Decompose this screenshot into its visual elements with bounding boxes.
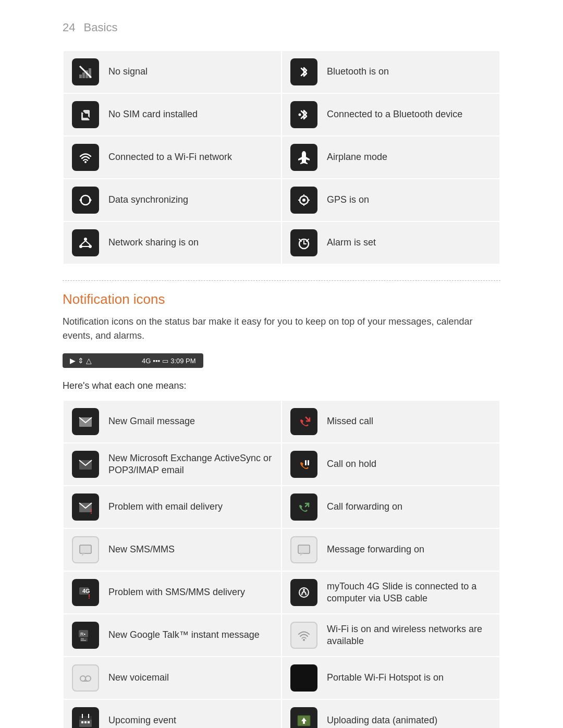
notif-email-problem: ! Problem with email delivery bbox=[63, 486, 282, 528]
svg-text:!: ! bbox=[88, 593, 90, 600]
notif-usb: myTouch 4G Slide is connected to a compu… bbox=[282, 571, 500, 614]
upload-label: Uploading data (animated) bbox=[327, 714, 437, 726]
missed-call-icon bbox=[290, 408, 317, 435]
status-item-alarm: Alarm is set bbox=[282, 221, 500, 264]
signal-bars: ▪▪▪ bbox=[153, 357, 160, 365]
notif-msg-forward: Message forwarding on bbox=[282, 528, 500, 571]
svg-marker-41 bbox=[300, 553, 303, 556]
alarm-icon bbox=[290, 229, 317, 256]
status-item-bluetooth-connected: Connected to a Bluetooth device bbox=[282, 93, 500, 136]
gmail-icon bbox=[72, 408, 99, 435]
page-header: 24 Basics bbox=[63, 21, 500, 34]
svg-rect-34 bbox=[308, 460, 309, 465]
play-icon: ▶ bbox=[70, 356, 76, 365]
wifi-label: Connected to a Wi-Fi network bbox=[108, 151, 232, 163]
no-sim-icon bbox=[72, 101, 99, 128]
here-label: Here's what each one means: bbox=[63, 380, 500, 391]
upload-icon bbox=[290, 707, 317, 728]
sync-icon bbox=[72, 187, 99, 214]
wifi-available-label: Wi-Fi is on and wireless networks are av… bbox=[327, 623, 491, 648]
gps-label: GPS is on bbox=[327, 194, 369, 206]
sms-icon bbox=[72, 536, 99, 563]
network-share-icon bbox=[72, 229, 99, 256]
svg-rect-4 bbox=[89, 68, 91, 78]
notif-sms-problem: 4G ! Problem with SMS/MMS delivery bbox=[63, 571, 282, 614]
hotspot-label: Portable Wi-Fi Hotspot is on bbox=[327, 672, 444, 684]
svg-rect-40 bbox=[298, 545, 310, 553]
usb-icon bbox=[290, 579, 317, 606]
no-signal-label: No signal bbox=[108, 66, 148, 78]
calendar-icon bbox=[72, 707, 99, 728]
msg-forward-label: Message forwarding on bbox=[327, 544, 424, 556]
missed-call-label: Missed call bbox=[327, 415, 373, 427]
sms-label: New SMS/MMS bbox=[108, 544, 175, 556]
notif-sms: New SMS/MMS bbox=[63, 528, 282, 571]
alarm-label: Alarm is set bbox=[327, 237, 376, 249]
sms-problem-icon: 4G ! bbox=[72, 579, 99, 606]
svg-text:R▪: R▪ bbox=[80, 632, 85, 637]
notif-voicemail: New voicemail bbox=[63, 657, 282, 699]
status-item-wifi: Connected to a Wi-Fi network bbox=[63, 136, 282, 179]
call-forward-label: Call forwarding on bbox=[327, 501, 402, 513]
airplane-label: Airplane mode bbox=[327, 151, 387, 163]
svg-rect-2 bbox=[82, 72, 85, 78]
svg-rect-58 bbox=[79, 716, 92, 720]
svg-rect-61 bbox=[81, 721, 83, 723]
network-share-label: Network sharing is on bbox=[108, 237, 199, 249]
status-bar-mockup: ▶ ⇕ △ 4G ▪▪▪ ▭ 3:09 PM bbox=[63, 353, 203, 368]
wifi-available-icon bbox=[290, 622, 317, 649]
svg-line-22 bbox=[81, 241, 85, 245]
status-item-airplane: Airplane mode bbox=[282, 136, 500, 179]
voicemail-label: New voicemail bbox=[108, 672, 169, 684]
sync-label: Data synchronizing bbox=[108, 194, 188, 206]
notif-call-hold: Call on hold bbox=[282, 443, 500, 486]
svg-point-54 bbox=[85, 676, 91, 681]
notification-section-desc: Notification icons on the status bar mak… bbox=[63, 315, 500, 343]
status-bar-left: ▶ ⇕ △ bbox=[70, 356, 92, 365]
notification-icons-grid: New Gmail message Missed call bbox=[63, 400, 500, 728]
hotspot-icon bbox=[290, 664, 317, 692]
svg-point-46 bbox=[303, 589, 305, 591]
notif-exchange: New Microsoft Exchange ActiveSync or POP… bbox=[63, 443, 282, 486]
svg-point-18 bbox=[302, 199, 305, 202]
svg-rect-49 bbox=[80, 638, 88, 641]
gmail-label: New Gmail message bbox=[108, 415, 195, 427]
usb-label: myTouch 4G Slide is connected to a compu… bbox=[327, 581, 491, 605]
svg-point-19 bbox=[84, 238, 87, 241]
notif-missed-call: Missed call bbox=[282, 400, 500, 443]
svg-rect-3 bbox=[85, 70, 88, 78]
section-divider bbox=[63, 280, 500, 281]
gps-icon bbox=[290, 187, 317, 214]
status-item-sync: Data synchronizing bbox=[63, 179, 282, 221]
status-item-gps: GPS is on bbox=[282, 179, 500, 221]
notif-gmail: New Gmail message bbox=[63, 400, 282, 443]
status-item-network-share: Network sharing is on bbox=[63, 221, 282, 264]
svg-line-23 bbox=[85, 241, 90, 245]
warning-icon: △ bbox=[86, 356, 92, 365]
section-name: Basics bbox=[84, 21, 118, 34]
bluetooth-on-label: Bluetooth is on bbox=[327, 66, 389, 78]
calendar-label: Upcoming event bbox=[108, 714, 176, 726]
wifi-icon bbox=[72, 144, 99, 171]
network-status: 4G bbox=[142, 357, 151, 365]
no-sim-label: No SIM card installed bbox=[108, 108, 198, 120]
status-item-no-signal: No signal bbox=[63, 51, 282, 93]
svg-text:!: ! bbox=[90, 508, 92, 515]
bluetooth-on-icon bbox=[290, 58, 317, 85]
time-display: 3:09 PM bbox=[170, 357, 195, 365]
notif-call-forward: Call forwarding on bbox=[282, 486, 500, 528]
svg-rect-63 bbox=[88, 721, 90, 723]
sms-problem-label: Problem with SMS/MMS delivery bbox=[108, 586, 245, 598]
call-hold-label: Call on hold bbox=[327, 458, 376, 470]
email-problem-label: Problem with email delivery bbox=[108, 501, 223, 513]
battery-icon: ▭ bbox=[162, 357, 168, 365]
notif-calendar: Upcoming event bbox=[63, 699, 282, 728]
airplane-icon bbox=[290, 144, 317, 171]
svg-rect-1 bbox=[79, 75, 82, 78]
notif-wifi-available: Wi-Fi is on and wireless networks are av… bbox=[282, 614, 500, 657]
notif-hotspot: Portable Wi-Fi Hotspot is on bbox=[282, 657, 500, 699]
svg-rect-33 bbox=[305, 460, 307, 465]
gtalk-label: New Google Talk™ instant message bbox=[108, 629, 260, 641]
exchange-icon bbox=[72, 451, 99, 478]
status-item-no-sim: No SIM card installed bbox=[63, 93, 282, 136]
